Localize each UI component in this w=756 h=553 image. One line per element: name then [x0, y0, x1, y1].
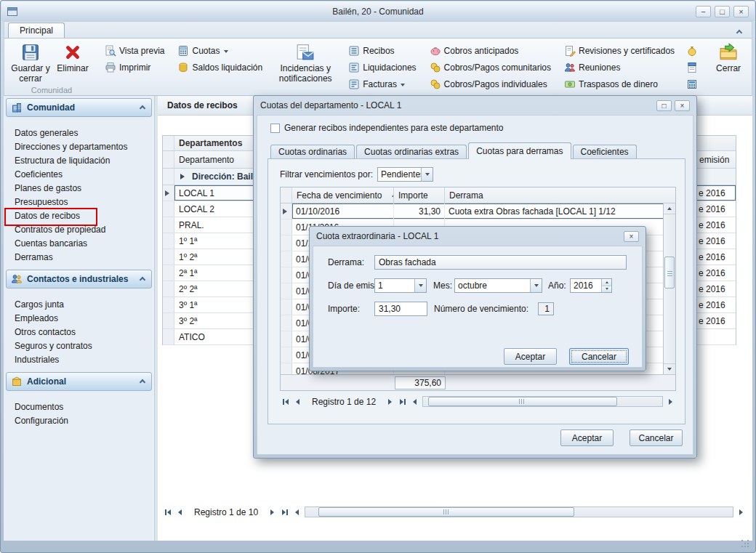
- scroll-right-button[interactable]: [736, 506, 747, 517]
- vertical-scrollbar[interactable]: [663, 203, 675, 374]
- scrollbar-thumb[interactable]: [318, 507, 575, 517]
- dialog-close-button[interactable]: ×: [624, 231, 639, 242]
- checkbox-box[interactable]: [270, 124, 280, 133]
- calcblue-button[interactable]: [685, 78, 699, 91]
- group-expander-icon[interactable]: [180, 174, 188, 179]
- aceptar-button[interactable]: Aceptar: [560, 429, 614, 446]
- mes-combobox[interactable]: octubre: [454, 278, 542, 293]
- combo-dropdown-button[interactable]: [421, 168, 433, 181]
- sidebar-item-industriales[interactable]: Industriales: [6, 352, 152, 366]
- importe-field[interactable]: 31,30: [374, 302, 427, 316]
- scroll-up-button[interactable]: [664, 203, 675, 214]
- eliminar-button[interactable]: Eliminar: [52, 41, 94, 86]
- cobros-anticipados-button[interactable]: Cobros anticipados: [427, 44, 553, 57]
- sidebar-item-estructura-de-liquidacion[interactable]: Estructura de liquidación: [6, 153, 152, 167]
- tab-cuotas-ordinarias-extras[interactable]: Cuotas ordinarias extras: [356, 145, 467, 158]
- incidencias-y-notificaciones-button[interactable]: Incidencias y notificaciones: [273, 41, 337, 86]
- sidebar-item-cargos-junta[interactable]: Cargos junta: [6, 297, 152, 311]
- guardar-y-cerrar-button[interactable]: Guardar y cerrar: [9, 41, 52, 86]
- tab-principal[interactable]: Principal: [8, 23, 65, 38]
- dialog-titlebar[interactable]: Cuota extraordinaria - LOCAL 1 ×: [310, 227, 646, 246]
- prev-record-button[interactable]: [174, 506, 185, 517]
- first-record-button[interactable]: [162, 506, 173, 517]
- moneybag-button[interactable]: [685, 44, 699, 57]
- vista-previa-button[interactable]: Vista previa: [102, 44, 166, 57]
- cobros-pagos-comunitarios-button[interactable]: Cobros/Pagos comunitarios: [427, 61, 553, 74]
- cuotas-button[interactable]: Cuotas: [175, 44, 265, 57]
- cerrar-button[interactable]: Cerrar: [707, 41, 749, 86]
- recibos-button[interactable]: Recibos: [346, 44, 418, 57]
- scrollbar-thumb[interactable]: [664, 257, 675, 289]
- sidebar-group-contactos-e-industriales[interactable]: Contactos e industriales: [6, 270, 152, 288]
- facturas-button[interactable]: Facturas: [346, 78, 418, 91]
- docblue-button[interactable]: [685, 61, 699, 74]
- scroll-right-button[interactable]: [665, 396, 676, 407]
- cancelar-button[interactable]: Cancelar: [569, 348, 629, 365]
- sidebar-item-coeficientes[interactable]: Coeficientes: [6, 167, 152, 181]
- last-record-button[interactable]: [397, 396, 408, 407]
- sidebar-item-configuracion[interactable]: Configuración: [6, 413, 152, 427]
- tab-cuotas-para-derramas[interactable]: Cuotas para derramas: [468, 142, 571, 159]
- column-header-importe[interactable]: Importe: [394, 187, 445, 203]
- reuniones-button[interactable]: Reuniones: [562, 61, 677, 74]
- scroll-left-button[interactable]: [409, 396, 420, 407]
- dia-emision-combobox[interactable]: 1: [374, 278, 427, 293]
- sidebar-item-seguros-y-contratos[interactable]: Seguros y contratos: [6, 339, 152, 352]
- maximize-button[interactable]: □: [715, 6, 730, 17]
- spin-down-button[interactable]: [602, 286, 611, 293]
- first-record-button[interactable]: [280, 396, 291, 407]
- window-titlebar[interactable]: Bailén, 20 - Comunidad − □ ×: [1, 1, 755, 21]
- sidebar-group-adicional[interactable]: Adicional: [6, 372, 152, 391]
- next-record-button[interactable]: [267, 506, 278, 517]
- spin-up-button[interactable]: [602, 279, 611, 286]
- revisiones-y-certificados-button[interactable]: Revisiones y certificados: [562, 44, 677, 57]
- liquidaciones-button[interactable]: Liquidaciones: [346, 61, 418, 74]
- dialog-close-button[interactable]: ×: [675, 100, 690, 111]
- sidebar-item-planes-de-gastos[interactable]: Planes de gastos: [6, 181, 152, 195]
- sidebar-item-contratos-de-propiedad[interactable]: Contratos de propiedad: [6, 222, 152, 236]
- derrama-field[interactable]: Obras fachada: [374, 255, 627, 270]
- sidebar-item-derramas[interactable]: Derramas: [6, 250, 152, 264]
- ribbon-collapse-button[interactable]: [733, 26, 746, 36]
- prev-record-button[interactable]: [292, 396, 303, 407]
- sidebar-group-comunidad[interactable]: Comunidad: [6, 98, 152, 117]
- vencimiento-row[interactable]: 01/10/201631,30Cuota extra Obras fachada…: [281, 203, 675, 219]
- tab-coeficientes[interactable]: Coeficientes: [573, 145, 637, 158]
- calcblue-icon: [686, 78, 698, 90]
- sidebar-item-empleados[interactable]: Empleados: [6, 311, 152, 325]
- filter-combobox[interactable]: Pendientes: [377, 167, 433, 182]
- dialog-titlebar[interactable]: Cuotas del departamento - LOCAL 1 □ ×: [254, 96, 696, 115]
- traspasos-de-dinero-button[interactable]: Traspasos de dinero: [562, 78, 677, 91]
- horizontal-scrollbar[interactable]: [305, 506, 733, 517]
- sidebar-item-cuentas-bancarias[interactable]: Cuentas bancarias: [6, 236, 152, 250]
- dialog-maximize-button[interactable]: □: [656, 100, 672, 111]
- ano-spinner[interactable]: 2016: [570, 278, 612, 293]
- sidebar-item-otros-contactos[interactable]: Otros contactos: [6, 325, 152, 339]
- combo-dropdown-button[interactable]: [414, 279, 426, 292]
- imprimir-button[interactable]: Imprimir: [102, 61, 166, 74]
- minimize-button[interactable]: −: [696, 6, 711, 17]
- cancelar-button[interactable]: Cancelar: [630, 429, 683, 446]
- sidebar-item-documentos[interactable]: Documentos: [6, 400, 152, 413]
- column-header-derrama[interactable]: Derrama: [445, 187, 675, 203]
- column-header-fecha-vencimiento[interactable]: Fecha de vencimiento: [292, 187, 394, 203]
- sidebar-item-presupuestos[interactable]: Presupuestos: [6, 195, 152, 209]
- horizontal-scrollbar[interactable]: [422, 396, 663, 407]
- column-header-emision-fragment[interactable]: emisión: [696, 151, 736, 168]
- checkbox-generar-recibos[interactable]: Generar recibos independientes para este…: [270, 123, 504, 133]
- combo-dropdown-button[interactable]: [530, 279, 542, 292]
- sidebar-item-datos-de-recibos[interactable]: Datos de recibos: [6, 209, 152, 222]
- last-record-button[interactable]: [279, 506, 290, 517]
- aceptar-button[interactable]: Aceptar: [504, 348, 557, 365]
- next-record-button[interactable]: [385, 396, 395, 407]
- scrollbar-thumb[interactable]: [428, 397, 617, 406]
- saldos-liquidacion-button[interactable]: Saldos liquidación: [175, 61, 265, 74]
- close-button[interactable]: ×: [733, 6, 749, 17]
- sidebar-item-direcciones-y-departamentos[interactable]: Direcciones y departamentos: [6, 140, 152, 153]
- sidebar-item-datos-generales[interactable]: Datos generales: [6, 126, 152, 140]
- tab-cuotas-ordinarias[interactable]: Cuotas ordinarias: [270, 145, 355, 158]
- window-resize-grip[interactable]: [741, 540, 750, 549]
- scroll-left-button[interactable]: [291, 506, 302, 517]
- cobros-pagos-individuales-button[interactable]: Cobros/Pagos individuales: [427, 78, 553, 91]
- scroll-down-button[interactable]: [664, 363, 675, 374]
